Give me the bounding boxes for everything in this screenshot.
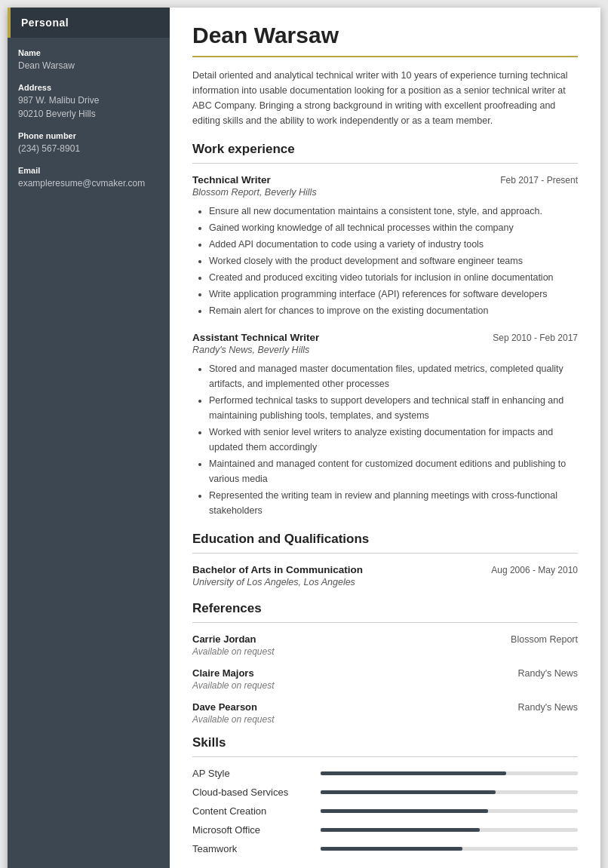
edu-item: Bachelor of Arts in CommunicationAug 200… — [192, 564, 578, 587]
work-experience-section: Work experience Technical WriterFeb 2017… — [192, 142, 578, 518]
bullet-item: Stored and managed master documentation … — [209, 361, 578, 391]
skill-bar-fill — [321, 771, 506, 775]
sidebar-field-phone-number: Phone number(234) 567-8901 — [18, 131, 159, 155]
sidebar-field-value: (234) 567-8901 — [18, 142, 159, 155]
ref-company: Randy's News — [518, 668, 579, 679]
skill-row: Teamwork — [192, 843, 578, 854]
skills-title: Skills — [192, 735, 578, 750]
bullet-item: Represented the writing team in review a… — [209, 488, 578, 518]
edu-school: University of Los Angeles, Los Angeles — [192, 577, 578, 587]
edu-container: Bachelor of Arts in CommunicationAug 200… — [192, 564, 578, 587]
work-experience-divider — [192, 163, 578, 164]
bullet-item: Performed technical tasks to support dev… — [209, 393, 578, 423]
sidebar-field-label: Address — [18, 83, 159, 92]
work-experience-title: Work experience — [192, 142, 578, 157]
ref-availability: Available on request — [192, 646, 578, 657]
ref-availability: Available on request — [192, 714, 578, 725]
job-dates: Feb 2017 - Present — [500, 175, 578, 186]
job-title: Assistant Technical Writer — [192, 332, 319, 343]
bullet-item: Ensure all new documentation maintains a… — [209, 204, 578, 219]
resume-wrapper: Personal NameDean WarsawAddress987 W. Ma… — [8, 8, 600, 868]
ref-name: Carrie Jordan — [192, 633, 256, 645]
sidebar: Personal NameDean WarsawAddress987 W. Ma… — [8, 8, 170, 868]
skill-bar-bg — [321, 771, 578, 775]
job-bullets: Ensure all new documentation maintains a… — [192, 204, 578, 318]
job-company: Blossom Report, Beverly Hills — [192, 187, 578, 198]
sidebar-header: Personal — [8, 8, 170, 38]
skill-name: AP Style — [192, 768, 313, 779]
bullet-item: Created and produced exciting video tuto… — [209, 270, 578, 285]
sidebar-field-email: Emailexampleresume@cvmaker.com — [18, 166, 159, 190]
skills-divider — [192, 756, 578, 757]
ref-availability: Available on request — [192, 680, 578, 691]
bullet-item: Worked with senior level writers to anal… — [209, 425, 578, 455]
skill-bar-bg — [321, 809, 578, 813]
skill-row: Cloud-based Services — [192, 787, 578, 798]
sidebar-field-value: exampleresume@cvmaker.com — [18, 176, 159, 190]
skill-name: Teamwork — [192, 843, 313, 854]
bullet-item: Gained working knowledge of all technica… — [209, 220, 578, 235]
ref-item: Dave PearsonRandy's NewsAvailable on req… — [192, 701, 578, 725]
sidebar-field-address: Address987 W. Malibu Drive 90210 Beverly… — [18, 83, 159, 121]
education-divider — [192, 553, 578, 554]
ref-company: Blossom Report — [511, 634, 578, 645]
bullet-item: Remain alert for chances to improve on t… — [209, 303, 578, 318]
skills-container: AP StyleCloud-based ServicesContent Crea… — [192, 768, 578, 854]
bullet-item: Worked closely with the product developm… — [209, 253, 578, 268]
bullet-item: Write application programming interface … — [209, 287, 578, 302]
ref-name: Dave Pearson — [192, 701, 257, 713]
skill-name: Cloud-based Services — [192, 787, 313, 798]
skill-name: Content Creation — [192, 805, 313, 817]
skill-bar-bg — [321, 828, 578, 832]
ref-item: Claire MajorsRandy's NewsAvailable on re… — [192, 667, 578, 691]
skill-bar-fill — [321, 790, 496, 794]
skill-bar-fill — [321, 809, 488, 813]
skills-section: Skills AP StyleCloud-based ServicesConte… — [192, 735, 578, 854]
job-item: Technical WriterFeb 2017 - PresentBlosso… — [192, 174, 578, 318]
skill-bar-fill — [321, 828, 480, 832]
references-section: References Carrie JordanBlossom ReportAv… — [192, 601, 578, 725]
job-bullets: Stored and managed master documentation … — [192, 361, 578, 518]
skill-bar-bg — [321, 847, 578, 851]
edu-dates: Aug 2006 - May 2010 — [491, 565, 578, 575]
skill-row: Content Creation — [192, 805, 578, 817]
job-item: Assistant Technical WriterSep 2010 - Feb… — [192, 332, 578, 518]
skill-name: Microsoft Office — [192, 824, 313, 836]
summary-text: Detail oriented and analytical technical… — [192, 68, 578, 128]
sidebar-content: NameDean WarsawAddress987 W. Malibu Driv… — [8, 38, 170, 211]
bullet-item: Added API documentation to code using a … — [209, 237, 578, 252]
references-divider — [192, 622, 578, 623]
bullet-item: Maintained and managed content for custo… — [209, 456, 578, 486]
job-dates: Sep 2010 - Feb 2017 — [493, 333, 578, 343]
skill-row: Microsoft Office — [192, 824, 578, 836]
ref-company: Randy's News — [518, 702, 579, 713]
refs-container: Carrie JordanBlossom ReportAvailable on … — [192, 633, 578, 725]
job-company: Randy's News, Beverly Hills — [192, 345, 578, 355]
sidebar-field-label: Phone number — [18, 131, 159, 140]
ref-item: Carrie JordanBlossom ReportAvailable on … — [192, 633, 578, 657]
candidate-name: Dean Warsaw — [192, 23, 578, 57]
sidebar-field-value: 987 W. Malibu Drive 90210 Beverly Hills — [18, 94, 159, 121]
references-title: References — [192, 601, 578, 616]
sidebar-field-label: Name — [18, 48, 159, 57]
skill-row: AP Style — [192, 768, 578, 779]
ref-name: Claire Majors — [192, 667, 254, 679]
education-title: Education and Qualifications — [192, 532, 578, 547]
sidebar-field-value: Dean Warsaw — [18, 59, 159, 72]
main-content: Dean Warsaw Detail oriented and analytic… — [170, 8, 600, 868]
jobs-container: Technical WriterFeb 2017 - PresentBlosso… — [192, 174, 578, 518]
education-section: Education and Qualifications Bachelor of… — [192, 532, 578, 587]
skill-bar-bg — [321, 790, 578, 794]
edu-degree: Bachelor of Arts in Communication — [192, 564, 363, 575]
skill-bar-fill — [321, 847, 462, 851]
sidebar-field-label: Email — [18, 166, 159, 175]
job-title: Technical Writer — [192, 174, 271, 186]
sidebar-field-name: NameDean Warsaw — [18, 48, 159, 72]
